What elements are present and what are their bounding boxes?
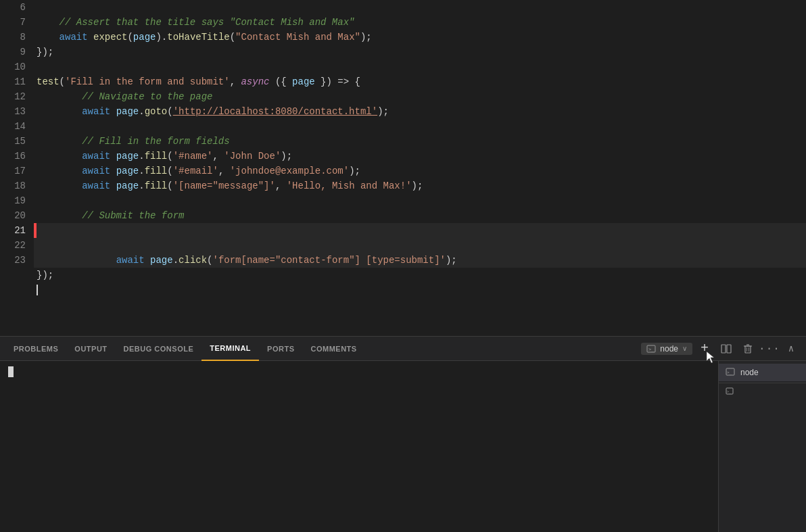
code-editor: 6 7 8 9 10 11 12 13 14 15 16 17 18 19 20… <box>0 0 806 336</box>
code-line-20: // Submit the form <box>34 208 806 223</box>
code-line-15: // Fill in the form fields <box>34 134 806 149</box>
add-icon: + <box>701 342 709 356</box>
code-line-12: // Navigate to the page <box>34 89 806 104</box>
add-terminal-button[interactable]: + <box>695 339 714 358</box>
line-num-7: 7 <box>0 15 26 30</box>
terminal-sidebar: >_ node >_ <box>718 361 806 532</box>
split-terminal-button[interactable] <box>717 339 736 358</box>
code-content[interactable]: // Assert that the title says "Contact M… <box>34 0 806 336</box>
code-line-16: await page.fill('#name', 'John Doe'); <box>34 149 806 164</box>
node-badge[interactable]: >_ node ∨ <box>641 343 692 355</box>
line-numbers: 6 7 8 9 10 11 12 13 14 15 16 17 18 19 20… <box>0 0 34 336</box>
code-line-23 <box>34 283 806 297</box>
svg-text:>_: >_ <box>727 370 732 375</box>
code-line-11: test('Fill in the form and submit', asyn… <box>34 74 806 89</box>
tab-ports[interactable]: PORTS <box>259 337 302 361</box>
line-num-21: 21 <box>0 223 26 238</box>
code-line-17: await page.fill('#email', 'johndoe@examp… <box>34 164 806 178</box>
svg-rect-2 <box>721 345 726 353</box>
terminal-tab-bar: PROBLEMS OUTPUT DEBUG CONSOLE TERMINAL P… <box>0 337 806 361</box>
line-num-17: 17 <box>0 164 26 178</box>
line-num-12: 12 <box>0 89 26 104</box>
line-num-9: 9 <box>0 45 26 59</box>
terminal-prompt-icon: >_ <box>646 344 656 354</box>
more-options-button[interactable]: ··· <box>760 339 779 358</box>
delete-terminal-button[interactable] <box>738 339 757 358</box>
line-num-19: 19 <box>0 193 26 208</box>
terminal-controls: >_ node ∨ + <box>641 339 801 358</box>
terminal-instance-node[interactable]: >_ node <box>719 364 806 381</box>
line-num-22: 22 <box>0 238 26 253</box>
trash-icon <box>742 343 753 354</box>
line-num-10: 10 <box>0 59 26 74</box>
terminal-instance-label: node <box>740 368 759 377</box>
terminal-cursor-line <box>8 366 710 377</box>
tab-comments[interactable]: COMMENTS <box>303 337 365 361</box>
dropdown-arrow-icon: ∨ <box>682 345 687 352</box>
terminal-instance-icon: >_ <box>726 368 735 377</box>
terminal-instance-small[interactable]: >_ <box>719 385 806 398</box>
line-num-16: 16 <box>0 149 26 164</box>
code-line-14 <box>34 119 806 134</box>
line-num-14: 14 <box>0 119 26 134</box>
code-line-19 <box>34 193 806 208</box>
line-num-23: 23 <box>0 253 26 268</box>
terminal-main-area[interactable] <box>0 361 718 532</box>
terminal-sidebar-divider <box>719 383 806 383</box>
tab-output[interactable]: OUTPUT <box>66 337 115 361</box>
code-line-21: await page.click('form[name="contact-for… <box>34 223 806 268</box>
code-line-6 <box>34 0 806 15</box>
terminal-cursor <box>8 366 14 377</box>
line-num-15: 15 <box>0 134 26 149</box>
terminal-small-icon: >_ <box>726 387 734 395</box>
code-line-10 <box>34 59 806 74</box>
line-num-8: 8 <box>0 30 26 45</box>
node-label: node <box>660 344 678 354</box>
svg-text:>_: >_ <box>727 389 732 394</box>
tab-terminal[interactable]: TERMINAL <box>202 337 259 361</box>
line-num-6: 6 <box>0 0 26 15</box>
svg-text:>_: >_ <box>648 347 655 352</box>
tab-debug-console[interactable]: DEBUG CONSOLE <box>116 337 202 361</box>
code-line-8: await expect(page).toHaveTitle("Contact … <box>34 30 806 45</box>
svg-rect-3 <box>727 345 731 353</box>
tab-problems[interactable]: PROBLEMS <box>5 337 66 361</box>
code-line-9: }); <box>34 45 806 59</box>
terminal-panel: PROBLEMS OUTPUT DEBUG CONSOLE TERMINAL P… <box>0 336 806 532</box>
code-line-7: // Assert that the title says "Contact M… <box>34 15 806 30</box>
svg-rect-4 <box>745 346 751 353</box>
code-line-13: await page.goto('http://localhost:8080/c… <box>34 104 806 119</box>
terminal-body: >_ node >_ <box>0 361 806 532</box>
line-num-18: 18 <box>0 178 26 193</box>
split-icon <box>721 343 732 354</box>
line-num-13: 13 <box>0 104 26 119</box>
line-num-11: 11 <box>0 74 26 89</box>
code-line-22: }); <box>34 268 806 283</box>
collapse-panel-button[interactable]: ∧ <box>782 339 801 358</box>
code-line-18: await page.fill('[name="message"]', 'Hel… <box>34 178 806 193</box>
line-num-20: 20 <box>0 208 26 223</box>
